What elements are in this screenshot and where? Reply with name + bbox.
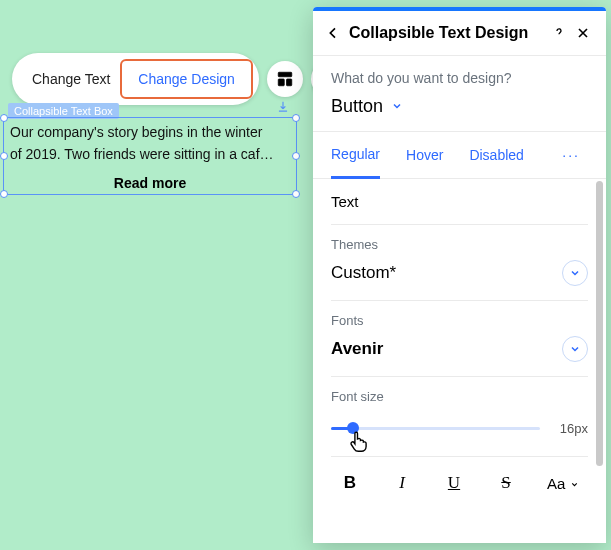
state-tabs: Regular Hover Disabled ··· <box>313 132 606 179</box>
tab-hover[interactable]: Hover <box>406 133 443 177</box>
bold-button[interactable]: B <box>339 473 361 493</box>
design-target-prompt: What do you want to design? <box>331 70 588 86</box>
themes-select[interactable]: Custom* <box>331 258 588 301</box>
selection-handle[interactable] <box>292 152 300 160</box>
text-case-button[interactable]: Aa <box>547 475 579 492</box>
svg-rect-1 <box>278 79 284 86</box>
selection-handle[interactable] <box>0 152 8 160</box>
back-icon[interactable] <box>323 23 343 43</box>
tabs-more-icon[interactable]: ··· <box>562 147 588 163</box>
fonts-label: Fonts <box>331 313 588 328</box>
chevron-down-icon <box>391 96 403 117</box>
font-size-value: 16px <box>554 421 588 436</box>
download-icon[interactable] <box>276 100 290 114</box>
design-target-section: What do you want to design? Button <box>313 56 606 132</box>
tutorial-highlight: Change Design <box>120 59 253 99</box>
change-design-button[interactable]: Change Design <box>124 63 249 95</box>
svg-rect-0 <box>278 72 292 77</box>
chevron-down-icon <box>562 336 588 362</box>
layout-icon[interactable] <box>267 61 303 97</box>
close-icon[interactable] <box>574 24 592 42</box>
change-text-button[interactable]: Change Text <box>18 63 124 95</box>
tab-disabled[interactable]: Disabled <box>469 133 523 177</box>
svg-rect-2 <box>286 79 291 86</box>
read-more-button[interactable]: Read more <box>10 175 290 191</box>
panel-title: Collapsible Text Design <box>349 24 528 42</box>
themes-label: Themes <box>331 237 588 252</box>
panel-scroll-area: Text Themes Custom* Fonts Avenir Font si… <box>313 179 606 543</box>
selection-handle[interactable] <box>292 114 300 122</box>
font-size-label: Font size <box>331 389 588 404</box>
design-target-value: Button <box>331 96 383 117</box>
context-toolbar-pill: Change Text Change Design <box>12 53 259 105</box>
fonts-value: Avenir <box>331 339 383 359</box>
fonts-select[interactable]: Avenir <box>331 334 588 377</box>
tab-regular[interactable]: Regular <box>331 132 380 179</box>
collapsible-text-box[interactable]: Our company's story begins in the winter… <box>3 117 297 195</box>
italic-button[interactable]: I <box>391 473 413 493</box>
collapsible-body-text: Our company's story begins in the winter… <box>10 122 290 165</box>
font-size-slider[interactable] <box>331 418 540 438</box>
underline-button[interactable]: U <box>443 473 465 493</box>
selection-handle[interactable] <box>292 190 300 198</box>
text-section-title: Text <box>331 179 588 225</box>
selection-handle[interactable] <box>0 114 8 122</box>
help-icon[interactable] <box>550 24 568 42</box>
themes-value: Custom* <box>331 263 396 283</box>
design-panel: Collapsible Text Design What do you want… <box>313 7 606 543</box>
scrollbar[interactable] <box>596 181 603 466</box>
context-toolbar: Change Text Change Design <box>12 53 347 105</box>
pointer-cursor-icon <box>347 429 371 453</box>
selection-handle[interactable] <box>0 190 8 198</box>
panel-header: Collapsible Text Design <box>313 11 606 56</box>
chevron-down-icon <box>562 260 588 286</box>
design-target-select[interactable]: Button <box>331 96 588 117</box>
font-size-row: 16px <box>331 410 588 457</box>
format-row: B I U S Aa <box>331 457 588 497</box>
strike-button[interactable]: S <box>495 473 517 493</box>
